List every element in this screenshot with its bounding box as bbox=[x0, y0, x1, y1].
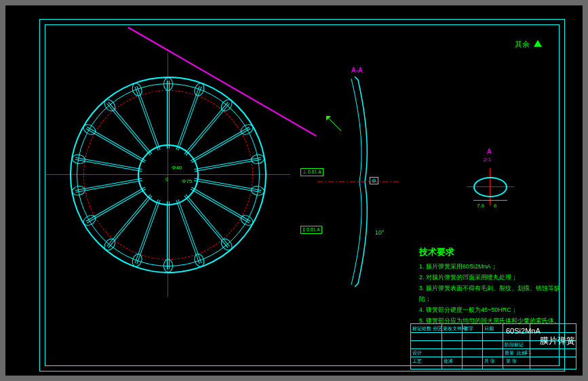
tolerance-frame-2: ∥ 0.01 A bbox=[300, 226, 322, 234]
detail-dim-w: 7.6 bbox=[477, 203, 484, 209]
tb-material: 60Si2MnA bbox=[506, 327, 541, 335]
dim-d2: Φ75 bbox=[182, 178, 192, 184]
technical-requirements: 技术要求 1. 膜片弹簧采用60Si2MnA； 2. 对膜片弹簧的凹面采用喷丸处… bbox=[419, 246, 560, 326]
spring-finger bbox=[167, 81, 170, 148]
cad-canvas[interactable]: 其余 Φ40 Φ75 0 bbox=[5, 5, 583, 376]
tb-total: 共 张 bbox=[484, 358, 495, 365]
tb-row-check: 工艺 bbox=[412, 358, 422, 365]
roughness-marker: 其余 bbox=[515, 39, 542, 49]
detail-label: A bbox=[487, 148, 492, 155]
tb-row-approve: 批准 bbox=[444, 358, 453, 365]
section-view: A-A ⊖ ⊥ 0.01 A ∥ 0.01 A 10° bbox=[317, 73, 399, 290]
detail-dim-line bbox=[473, 200, 507, 201]
notes-line: 4. 碟簧部分硬度一般为45~50HRC； bbox=[419, 304, 560, 315]
detail-ellipse bbox=[473, 177, 507, 197]
notes-line: 陷； bbox=[419, 294, 560, 304]
tb-rev: 标记处数 分区 bbox=[412, 325, 442, 332]
tb-row-design: 设计 bbox=[412, 350, 422, 357]
front-view: Φ40 Φ75 0 bbox=[66, 73, 270, 277]
tb-partname: 膜片弹簧 bbox=[540, 335, 575, 347]
dim-d1: Φ40 bbox=[172, 165, 182, 171]
notes-title: 技术要求 bbox=[419, 246, 560, 258]
datum-symbol: ⊖ bbox=[370, 177, 378, 184]
tb-stage: 阶段标记 bbox=[505, 342, 524, 348]
roughness-label: 其余 bbox=[515, 40, 530, 48]
detail-scale: 2:1 bbox=[484, 157, 491, 163]
surface-finish-icon bbox=[534, 40, 542, 47]
angle-dim: 10° bbox=[375, 229, 385, 236]
tb-page: 第 张 bbox=[506, 358, 517, 365]
finger-hole bbox=[163, 77, 173, 91]
notes-line: 3. 膜片弹簧表面不得有毛刺、裂纹、划痕、锈蚀等缺 bbox=[419, 283, 560, 294]
svg-line-1 bbox=[328, 117, 341, 131]
detail-dim-h: 6 bbox=[494, 203, 496, 209]
tb-col1: 更改文件号 bbox=[443, 325, 467, 332]
dim-datum: 0 bbox=[165, 176, 168, 182]
tb-mass: 质量 bbox=[505, 350, 514, 357]
detail-view: A 2:1 7.6 6 bbox=[467, 172, 514, 202]
tb-scale-val: 1:1 bbox=[525, 350, 532, 355]
tolerance-frame-1: ⊥ 0.01 A bbox=[300, 168, 324, 176]
notes-line: 2. 对膜片弹簧的凹面采用喷丸处理； bbox=[419, 272, 560, 283]
tb-col2: 签字 bbox=[464, 325, 473, 332]
finger-hole bbox=[163, 259, 173, 273]
section-profile bbox=[317, 73, 399, 290]
tb-col3: 日期 bbox=[484, 325, 494, 332]
title-block: 标记处数 分区 更改文件号 签字 日期 60Si2MnA 膜片弹簧 阶段标记 质… bbox=[410, 323, 576, 369]
notes-line: 1. 膜片弹簧采用60Si2MnA； bbox=[419, 261, 560, 272]
surface-leader bbox=[324, 114, 345, 134]
inner-circle bbox=[138, 144, 199, 205]
spring-finger bbox=[167, 201, 170, 269]
